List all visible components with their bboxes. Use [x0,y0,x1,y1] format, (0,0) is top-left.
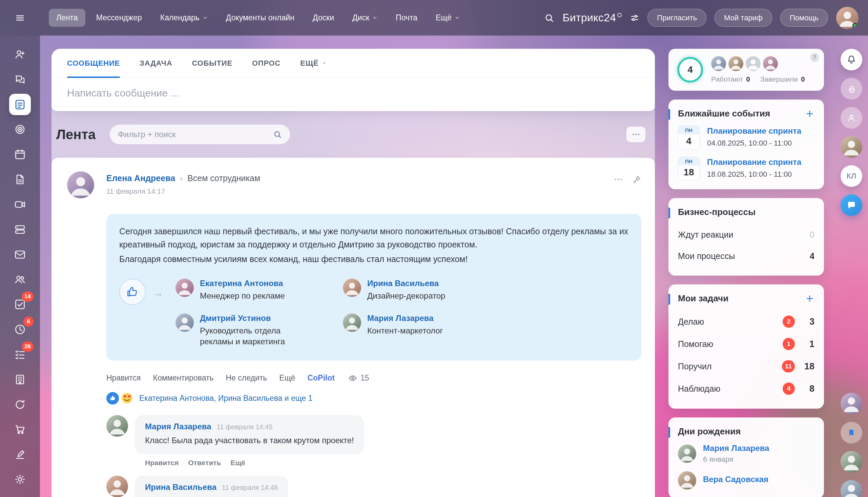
task-row[interactable]: Наблюдаю 4 8 [678,378,814,400]
nav-item-disk[interactable]: Диск [345,9,385,27]
add-task-button[interactable] [805,294,814,303]
pulse-counter[interactable]: 4 [677,57,703,83]
user-avatar[interactable] [836,7,858,29]
mention-avatar[interactable] [176,279,194,297]
recent-chat-initials[interactable]: КЛ [841,165,862,187]
sidebar-item-market[interactable] [9,418,31,440]
mention-avatar[interactable] [343,313,361,332]
mention-name-link[interactable]: Дмитрий Устинов [200,313,302,323]
mention-name-link[interactable]: Мария Лазарева [367,313,443,323]
help-question-button[interactable]: ? [810,53,819,62]
post-menu-button[interactable] [614,175,623,184]
nav-item-mail[interactable]: Почта [388,9,425,27]
nav-item-documents[interactable]: Документы онлайн [219,9,302,27]
tab-event[interactable]: СОБЫТИЕ [192,49,232,77]
sidebar-item-mail[interactable] [9,244,31,266]
tab-more[interactable]: ЕЩЁ [300,49,327,77]
more-action[interactable]: Ещё [279,373,295,383]
bookmark-button[interactable] [841,422,862,443]
reaction-users-link[interactable]: Екатерина Антонова, Ирина Васильева и ещ… [139,394,312,403]
my-plan-button[interactable]: Мой тариф [715,9,772,27]
comment-author-link[interactable]: Ирина Васильева [145,482,217,492]
love-reaction-icon[interactable] [120,392,134,405]
sidebar-item-settings[interactable] [9,469,31,490]
burger-menu-button[interactable] [0,13,40,23]
sidebar-item-calendar[interactable] [9,144,31,165]
birthday-name-link[interactable]: Мария Лазарева [703,443,769,453]
support-button[interactable] [841,107,862,129]
task-row[interactable]: Поручил 11 18 [678,355,814,378]
nav-item-more[interactable]: Ещё [428,9,467,27]
mention-name-link[interactable]: Ирина Васильева [367,279,445,288]
recent-chat-avatar[interactable] [841,393,862,414]
sidebar-item-invite[interactable] [9,44,31,65]
mention-name-link[interactable]: Екатерина Антонова [200,279,285,288]
sidebar-item-feed[interactable] [9,94,31,115]
add-event-button[interactable] [805,109,814,118]
task-row[interactable]: Помогаю 1 1 [678,333,814,355]
event-title-link[interactable]: Планирование спринта [707,126,801,136]
messenger-dock-button[interactable] [841,194,862,216]
like-action[interactable]: Нравится [106,373,141,383]
recent-chat-avatar[interactable] [841,480,862,497]
comment-author-link[interactable]: Мария Лазарева [145,422,211,431]
task-row[interactable]: Делаю 2 3 [678,311,814,333]
pulse-avatar[interactable] [763,56,778,71]
search-button[interactable] [544,13,554,23]
copilot-action[interactable]: CoPilot [307,373,335,383]
event-item[interactable]: ПН 18 Планирование спринта 18.08.2025, 1… [678,157,814,181]
sidebar-item-company[interactable] [9,369,31,390]
tab-poll[interactable]: ОПРОС [252,49,280,77]
nav-item-boards[interactable]: Доски [305,9,342,27]
sidebar-item-drive[interactable] [9,219,31,240]
comment-action[interactable]: Комментировать [153,373,214,383]
unfollow-action[interactable]: Не следить [226,373,267,383]
recent-chat-avatar[interactable] [841,451,862,473]
message-input[interactable]: Написать сообщение ... [52,78,655,111]
mention-avatar[interactable] [343,279,361,297]
nav-item-messenger[interactable]: Мессенджер [89,9,149,27]
sidebar-item-time[interactable]: 6 [9,318,31,340]
sidebar-item-tasks[interactable]: 14 [9,294,31,315]
pulse-avatar[interactable] [711,56,726,71]
process-row[interactable]: Ждут реакции 0 [678,224,814,245]
sidebar-item-crm[interactable]: 26 [9,344,31,365]
nav-item-feed[interactable]: Лента [49,9,85,27]
event-item[interactable]: ПН 4 Планирование спринта 04.08.2025, 10… [678,126,814,149]
nav-item-calendar[interactable]: Календарь [153,9,215,27]
tab-task[interactable]: ЗАДАЧА [140,49,173,77]
birthday-item[interactable]: Мария Лазарева 6 января [678,443,814,464]
event-title-link[interactable]: Планирование спринта [707,157,801,167]
pulse-avatar-placeholder[interactable] [746,56,761,71]
sidebar-item-target[interactable] [9,118,31,140]
comment-more-action[interactable]: Ещё [230,459,245,467]
tariff-sliders-button[interactable] [630,13,639,23]
comment-author-avatar[interactable] [106,476,128,497]
comment-reply-action[interactable]: Ответить [188,459,221,467]
help-button[interactable]: Помощь [780,9,828,27]
pulse-avatar[interactable] [728,56,743,71]
sidebar-item-video[interactable] [9,194,31,215]
comment-like-action[interactable]: Нравится [145,459,179,467]
feed-settings-button[interactable] [626,127,645,142]
recent-chat-avatar[interactable] [841,136,862,158]
pin-button[interactable] [632,175,641,184]
like-reaction-icon[interactable] [106,392,119,404]
sidebar-item-documents[interactable] [9,169,31,190]
filter-search-input[interactable]: Фильтр + поиск [110,125,290,144]
process-row[interactable]: Мои процессы 4 [678,245,814,267]
birthday-name-link[interactable]: Вера Садовская [703,475,768,484]
copilot-dock-button[interactable] [841,78,862,100]
sidebar-item-employees[interactable] [9,269,31,290]
mention-avatar[interactable] [176,313,194,332]
invite-button[interactable]: Пригласить [647,9,706,27]
sidebar-item-sign[interactable] [9,443,31,465]
comment-author-avatar[interactable] [106,415,128,437]
tab-message[interactable]: СООБЩЕНИЕ [67,49,120,77]
notifications-button[interactable] [841,49,862,70]
post-author-avatar[interactable] [67,171,94,198]
post-author-link[interactable]: Елена Андреева [106,173,175,183]
birthday-item[interactable]: Вера Садовская [678,471,814,489]
sidebar-item-messenger[interactable] [9,69,31,90]
sidebar-item-automation[interactable] [9,394,31,415]
